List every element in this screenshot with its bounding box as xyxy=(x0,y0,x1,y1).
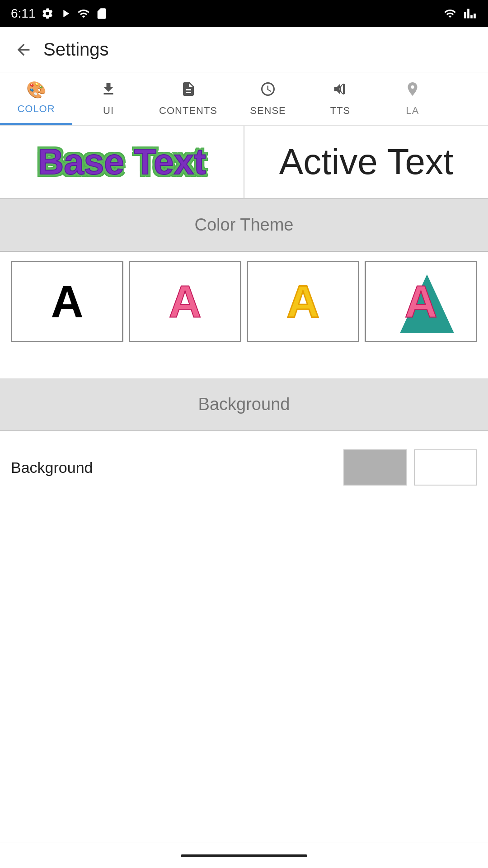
sense-icon xyxy=(260,81,276,101)
base-text-display: Base Text xyxy=(38,141,206,183)
color-option-yellow[interactable]: A xyxy=(247,261,359,342)
settings-status-icon xyxy=(41,7,54,20)
signal-status-icon xyxy=(77,7,90,20)
tab-ui-label: UI xyxy=(103,105,114,117)
tab-tts[interactable]: TTS xyxy=(304,72,376,125)
color-option-teal-pink-letter: A xyxy=(404,279,437,324)
bottom-nav xyxy=(0,843,488,868)
status-bar: 6:11 xyxy=(0,0,488,27)
tab-sense[interactable]: SENSE xyxy=(232,72,304,125)
tabs-container: 🎨 COLOR UI CONTENTS SENSE TTS LA xyxy=(0,72,488,126)
la-icon xyxy=(404,81,421,101)
color-option-pink[interactable]: A xyxy=(129,261,241,342)
ui-icon xyxy=(100,81,117,101)
tab-la[interactable]: LA xyxy=(376,72,449,125)
tab-sense-label: SENSE xyxy=(250,105,286,117)
background-row-label: Background xyxy=(11,459,93,476)
tab-tts-label: TTS xyxy=(330,105,351,117)
color-option-yellow-letter: A xyxy=(286,279,319,324)
palette-icon: 🎨 xyxy=(26,80,47,99)
tab-ui[interactable]: UI xyxy=(72,72,145,125)
spacer xyxy=(0,351,488,378)
tab-color-label: COLOR xyxy=(17,103,55,115)
sim-status-icon xyxy=(95,7,108,20)
background-section-header: Background xyxy=(0,378,488,430)
tts-icon xyxy=(332,81,348,101)
signal-bars-icon xyxy=(463,7,477,20)
active-text-preview[interactable]: Active Text xyxy=(244,126,488,198)
tab-contents[interactable]: CONTENTS xyxy=(145,72,232,125)
color-option-black-letter: A xyxy=(51,279,83,324)
tab-color[interactable]: 🎨 COLOR xyxy=(0,72,72,125)
status-left: 6:11 xyxy=(11,6,108,21)
color-theme-section-header: Color Theme xyxy=(0,199,488,251)
background-swatch-container xyxy=(343,449,477,486)
swatch-white[interactable] xyxy=(414,449,477,486)
status-time: 6:11 xyxy=(11,6,36,21)
status-right xyxy=(442,7,477,20)
swatch-gray[interactable] xyxy=(343,449,407,486)
header-title: Settings xyxy=(43,39,109,60)
wifi-icon xyxy=(442,7,458,20)
color-option-pink-letter: A xyxy=(169,279,201,324)
text-preview-container: Base Text Active Text xyxy=(0,126,488,199)
background-title: Background xyxy=(198,395,290,414)
color-theme-title: Color Theme xyxy=(195,215,294,235)
color-option-black[interactable]: A xyxy=(11,261,123,342)
active-text-display: Active Text xyxy=(279,141,453,183)
color-theme-options: A A A A xyxy=(0,252,488,351)
base-text-preview[interactable]: Base Text xyxy=(0,126,244,198)
tab-la-label: LA xyxy=(406,105,419,117)
tab-contents-label: CONTENTS xyxy=(159,105,217,117)
background-row: Background xyxy=(11,440,477,495)
nav-home-indicator xyxy=(181,854,307,857)
back-arrow-icon xyxy=(14,41,33,59)
header: Settings xyxy=(0,27,488,72)
contents-icon xyxy=(180,81,197,101)
back-button[interactable] xyxy=(11,37,36,62)
background-section: Background xyxy=(0,431,488,508)
color-option-teal-pink[interactable]: A xyxy=(365,261,477,342)
play-status-icon xyxy=(59,7,72,20)
